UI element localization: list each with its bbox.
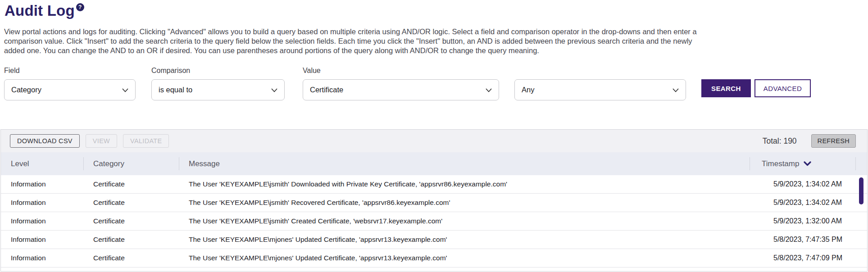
header-scroll-gutter bbox=[855, 152, 867, 175]
cell-level: Information bbox=[1, 231, 83, 249]
total-count: Total: 190 bbox=[763, 136, 797, 146]
download-csv-button[interactable]: DOWNLOAD CSV bbox=[10, 134, 80, 148]
scope-filter-group: Any bbox=[514, 67, 701, 100]
cell-message: The User 'KEYEXAMPLE\jsmith' Created Cer… bbox=[179, 212, 761, 230]
cell-category: Certificate bbox=[83, 249, 179, 267]
page-header: Audit Log ? bbox=[0, 0, 868, 20]
table-scrollbar[interactable] bbox=[856, 176, 867, 272]
cell-timestamp: 5/9/2023, 1:34:02 AM bbox=[761, 194, 867, 212]
cell-level: Information bbox=[1, 249, 83, 267]
field-select-value: Category bbox=[11, 86, 41, 94]
scope-select-value: Any bbox=[522, 86, 534, 94]
cell-timestamp: 5/9/2023, 1:32:00 AM bbox=[761, 212, 867, 230]
filter-actions: SEARCH ADVANCED bbox=[701, 67, 811, 97]
chevron-down-icon bbox=[122, 86, 128, 94]
table-row[interactable]: InformationCertificateThe User 'KEYEXAMP… bbox=[1, 194, 867, 212]
cell-timestamp: 5/9/2023, 1:34:02 AM bbox=[761, 175, 867, 193]
chevron-down-icon bbox=[673, 86, 679, 94]
advanced-button[interactable]: ADVANCED bbox=[754, 79, 811, 97]
cell-message: The User 'KEYEXAMPLE\jsmith' Downloaded … bbox=[179, 175, 761, 193]
audit-log-page: Audit Log ? View portal actions and logs… bbox=[0, 0, 868, 272]
page-description: View portal actions and logs for auditin… bbox=[4, 27, 700, 55]
field-filter-group: Field Category bbox=[4, 67, 151, 100]
column-header-timestamp[interactable]: Timestamp bbox=[750, 152, 855, 175]
page-title: Audit Log bbox=[5, 2, 75, 20]
cell-message: The User 'KEYEXAMPLE\jsmith' Recovered C… bbox=[179, 194, 761, 212]
cell-message: The User 'KEYEXAMPLE\mjones' Updated Cer… bbox=[179, 231, 761, 249]
timestamp-header-label: Timestamp bbox=[762, 159, 799, 168]
value-select-value: Certificate bbox=[310, 86, 343, 94]
scrollbar-thumb[interactable] bbox=[859, 177, 863, 204]
chevron-down-icon bbox=[486, 86, 492, 94]
comparison-select[interactable]: is equal to bbox=[151, 79, 285, 100]
scope-label-spacer bbox=[514, 67, 701, 75]
refresh-button[interactable]: REFRESH bbox=[811, 134, 856, 148]
cell-category: Certificate bbox=[83, 212, 179, 230]
cell-category: Certificate bbox=[83, 231, 179, 249]
cell-timestamp: 5/8/2023, 7:47:35 PM bbox=[761, 231, 867, 249]
cell-category: Certificate bbox=[83, 194, 179, 212]
table-header-row: Level Category Message Timestamp bbox=[1, 152, 867, 175]
column-header-category[interactable]: Category bbox=[83, 152, 179, 175]
cell-level: Information bbox=[1, 175, 83, 193]
view-button[interactable]: VIEW bbox=[86, 134, 117, 148]
comparison-label: Comparison bbox=[151, 67, 303, 75]
sort-descending-icon bbox=[804, 161, 811, 166]
filter-bar: Field Category Comparison is equal to Va… bbox=[0, 67, 868, 100]
cell-level: Information bbox=[1, 194, 83, 212]
toolbar-right: Total: 190 REFRESH bbox=[763, 134, 856, 148]
audit-table-panel: DOWNLOAD CSV VIEW VALIDATE Total: 190 RE… bbox=[0, 129, 868, 272]
column-header-level[interactable]: Level bbox=[1, 152, 83, 175]
cell-message: The User 'KEYEXAMPLE\mjones' Updated Cer… bbox=[179, 249, 761, 267]
cell-timestamp: 5/8/2023, 7:47:09 PM bbox=[761, 249, 867, 267]
cell-category: Certificate bbox=[83, 175, 179, 193]
field-label: Field bbox=[4, 67, 151, 75]
table-row[interactable]: InformationCertificateThe User 'KEYEXAMP… bbox=[1, 249, 867, 267]
value-filter-group: Value Certificate bbox=[303, 67, 514, 100]
search-button[interactable]: SEARCH bbox=[701, 79, 751, 97]
table-body: InformationCertificateThe User 'KEYEXAMP… bbox=[1, 175, 867, 267]
cell-level: Information bbox=[1, 212, 83, 230]
chevron-down-icon bbox=[271, 86, 277, 94]
comparison-filter-group: Comparison is equal to bbox=[151, 67, 303, 100]
table-row[interactable]: InformationCertificateThe User 'KEYEXAMP… bbox=[1, 175, 867, 194]
comparison-select-value: is equal to bbox=[159, 86, 192, 94]
table-row[interactable]: InformationCertificateThe User 'KEYEXAMP… bbox=[1, 231, 867, 249]
column-header-message[interactable]: Message bbox=[179, 152, 750, 175]
value-select[interactable]: Certificate bbox=[303, 79, 499, 100]
table-row[interactable]: InformationCertificateThe User 'KEYEXAMP… bbox=[1, 212, 867, 231]
value-label: Value bbox=[303, 67, 514, 75]
field-select[interactable]: Category bbox=[4, 79, 136, 100]
table-toolbar: DOWNLOAD CSV VIEW VALIDATE Total: 190 RE… bbox=[1, 130, 867, 152]
help-icon[interactable]: ? bbox=[76, 3, 84, 11]
scope-select[interactable]: Any bbox=[514, 79, 686, 100]
validate-button[interactable]: VALIDATE bbox=[123, 134, 169, 148]
